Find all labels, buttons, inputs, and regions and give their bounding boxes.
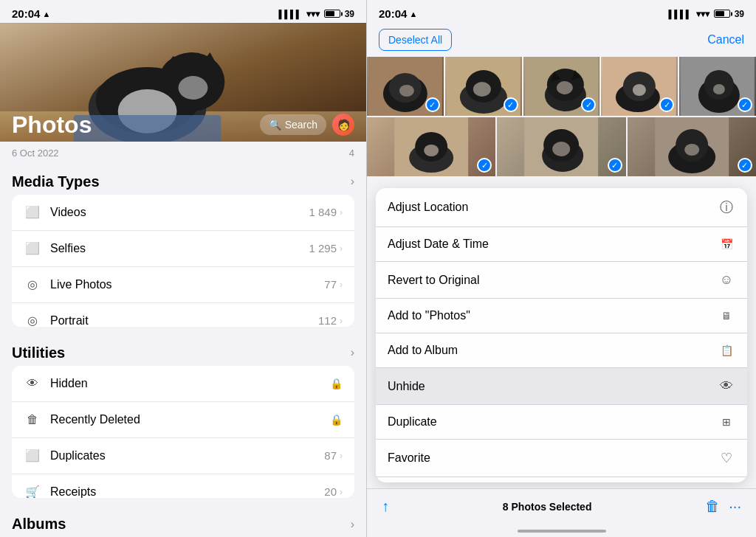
hidden-lock-icon: 🔒 (330, 378, 343, 389)
right-status-icons: ▌▌▌▌ ▾▾▾ 39 (668, 9, 744, 19)
portrait-count: 112 (318, 314, 337, 327)
utilities-arrow[interactable]: › (351, 346, 354, 359)
svg-point-43 (684, 144, 699, 156)
media-types-header: Media Types › (0, 162, 366, 195)
svg-point-39 (552, 142, 570, 156)
adjust-location-label: Adjust Location (388, 201, 468, 214)
menu-item-favorite[interactable]: Favorite ♡ (376, 440, 747, 477)
right-header: Deselect All Cancel (367, 23, 756, 57)
check-badge-7: ✓ (608, 158, 622, 173)
albums-arrow[interactable]: › (351, 518, 354, 531)
right-time: 20:04 ▲ (379, 7, 417, 20)
list-item-portrait[interactable]: ◎ Portrait 112 › (12, 303, 354, 327)
share-icon[interactable]: ↑ (382, 498, 389, 515)
video-icon: ⬜ (24, 204, 41, 221)
receipts-label: Receipts (50, 485, 324, 498)
menu-item-adjust-location[interactable]: Adjust Location ⓘ (376, 188, 747, 227)
duplicates-arrow: › (340, 451, 343, 461)
albums-header: Albums › (0, 504, 366, 537)
adjust-date-time-icon: 📅 (718, 238, 735, 250)
photo-thumb-1[interactable]: ✓ (367, 57, 444, 116)
selfies-label: Selfies (50, 242, 309, 255)
favorite-icon: ♡ (718, 450, 735, 466)
media-types-arrow[interactable]: › (351, 175, 354, 188)
menu-item-unhide[interactable]: Unhide 👁 (376, 368, 747, 405)
right-signal-icon: ▌▌▌▌ (668, 10, 691, 18)
add-to-photos-icon: 🖥 (718, 310, 735, 322)
photo-thumb-5[interactable]: ✓ (679, 57, 756, 116)
adjust-location-icon: ⓘ (718, 198, 735, 216)
photos-header: Photos 🔍 Search 🧑 (0, 105, 366, 142)
photo-thumb-4[interactable]: ✓ (601, 57, 678, 116)
check-badge-8: ✓ (738, 158, 752, 173)
duplicates-count: 87 (324, 449, 337, 462)
svg-point-21 (556, 81, 572, 94)
live-photos-label: Live Photos (50, 278, 324, 291)
home-indicator (518, 530, 606, 533)
svg-point-31 (713, 84, 725, 94)
photo-thumb-7[interactable]: ✓ (497, 117, 625, 176)
live-photos-count: 77 (324, 278, 337, 291)
right-phone: 20:04 ▲ ▌▌▌▌ ▾▾▾ 39 Deselect All Cancel (367, 0, 756, 537)
right-battery-icon (714, 10, 730, 18)
deselect-all-button[interactable]: Deselect All (379, 29, 452, 51)
photo-thumb-8[interactable]: ✓ (628, 117, 756, 176)
photo-thumb-6[interactable]: ✓ (367, 117, 495, 176)
right-wifi-icon: ▾▾▾ (696, 9, 709, 19)
duplicate-icon: ⬜ (24, 447, 41, 465)
menu-item-add-to-album[interactable]: Add to Album 📋 (376, 333, 747, 368)
menu-item-add-to-photos[interactable]: Add to "Photos" 🖥 (376, 299, 747, 333)
cancel-button[interactable]: Cancel (707, 33, 744, 46)
svg-point-35 (424, 145, 439, 156)
hero-image: Photos 🔍 Search 🧑 (0, 23, 366, 142)
selfie-icon: ⬜ (24, 240, 41, 257)
live-photos-arrow: › (340, 280, 343, 290)
add-to-photos-label: Add to "Photos" (388, 309, 470, 322)
live-icon: ◎ (24, 276, 41, 294)
wifi-icon: ▾▾▾ (306, 9, 320, 19)
list-item-recently-deleted[interactable]: 🗑 Recently Deleted 🔒 (12, 402, 354, 438)
unhide-icon: 👁 (718, 378, 735, 394)
selfies-count: 1 295 (309, 242, 337, 254)
photo-thumb-3[interactable]: ✓ (523, 57, 600, 116)
utilities-title: Utilities (12, 344, 65, 361)
avatar[interactable]: 🧑 (332, 114, 354, 136)
adjust-date-time-label: Adjust Date & Time (388, 238, 489, 251)
list-item-receipts[interactable]: 🛒 Receipts 20 › (12, 474, 354, 498)
receipt-icon: 🛒 (24, 483, 41, 498)
photo-grid: ✓ ✓ (367, 57, 756, 182)
list-item-live-photos[interactable]: ◎ Live Photos 77 › (12, 267, 354, 303)
left-status-icons: ▌▌▌▌ ▾▾▾ 39 (278, 9, 354, 19)
menu-item-adjust-date-time[interactable]: Adjust Date & Time 📅 (376, 227, 747, 262)
list-item-duplicates[interactable]: ⬜ Duplicates 87 › (12, 438, 354, 474)
receipts-count: 20 (324, 485, 337, 498)
list-item-videos[interactable]: ⬜ Videos 1 849 › (12, 195, 354, 231)
recently-deleted-lock-icon: 🔒 (330, 414, 343, 426)
list-item-hidden[interactable]: 👁 Hidden 🔒 (12, 366, 354, 402)
photo-thumb-2[interactable]: ✓ (445, 57, 522, 116)
photo-row-2: ✓ ✓ (367, 117, 756, 176)
more-icon[interactable]: ··· (729, 498, 741, 515)
menu-item-revert[interactable]: Revert to Original ☺ (376, 262, 747, 299)
location-icon: ▲ (42, 10, 50, 18)
search-icon: 🔍 (269, 119, 281, 131)
hidden-label: Hidden (50, 377, 330, 390)
portrait-label: Portrait (50, 314, 318, 327)
trash-icon[interactable]: 🗑 (705, 498, 720, 515)
list-item-selfies[interactable]: ⬜ Selfies 1 295 › (12, 231, 354, 267)
revert-label: Revert to Original (388, 274, 480, 287)
trash-icon: 🗑 (24, 411, 41, 429)
search-button[interactable]: 🔍 Search (260, 114, 326, 135)
svg-point-13 (399, 85, 414, 97)
albums-title: Albums (12, 516, 66, 533)
utilities-header: Utilities › (0, 333, 366, 366)
svg-point-27 (633, 84, 646, 96)
right-location-icon: ▲ (409, 10, 417, 18)
add-to-album-icon: 📋 (718, 344, 735, 356)
portrait-icon: ◎ (24, 312, 41, 327)
unhide-label: Unhide (388, 380, 425, 393)
portrait-arrow: › (340, 316, 343, 326)
photos-title: Photos (12, 111, 92, 139)
menu-item-duplicate[interactable]: Duplicate ⊞ (376, 405, 747, 440)
menu-item-copy[interactable]: Copy 📄 (376, 477, 747, 482)
